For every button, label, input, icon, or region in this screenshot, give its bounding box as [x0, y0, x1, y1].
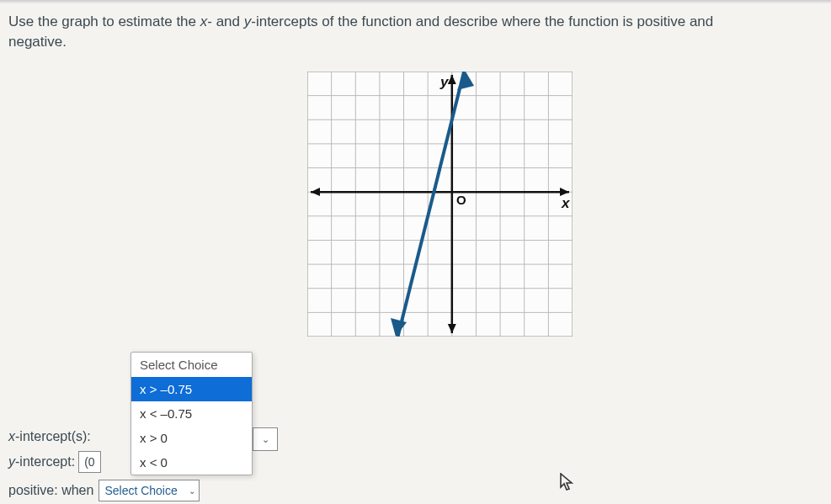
svg-rect-0	[307, 72, 573, 337]
x-intercept-select-trigger[interactable]: ⌄	[253, 427, 278, 451]
q-part-1a: Use the graph to estimate the	[8, 13, 200, 29]
dropdown-option-1[interactable]: x < –0.75	[131, 401, 252, 426]
graph: y x O	[307, 72, 573, 337]
positive-select[interactable]: Select Choice ⌄	[99, 480, 200, 501]
q-part-1c: -intercepts of the function and describe…	[251, 13, 713, 29]
positive-select-text: Select Choice	[104, 484, 177, 497]
dropdown-option-3[interactable]: x < 0	[131, 450, 252, 475]
chevron-down-icon: ⌄	[189, 486, 195, 496]
window-top-edge	[0, 0, 831, 3]
positive-label: positive: when	[8, 483, 93, 498]
y-intercept-field[interactable]: (0	[78, 451, 100, 473]
q-var-y: y	[244, 13, 252, 29]
dropdown-option-2[interactable]: x > 0	[131, 426, 252, 450]
positive-row: positive: when Select Choice ⌄	[8, 480, 200, 501]
dropdown-option-0[interactable]: x > –0.75	[131, 377, 252, 401]
mouse-cursor-icon	[560, 473, 575, 496]
q-part-2: negative.	[8, 34, 67, 50]
q-part-1b: - and	[207, 13, 243, 29]
q-var-x: x	[200, 13, 208, 29]
origin-label: O	[456, 193, 466, 207]
select-choice-dropdown[interactable]: Select Choice x > –0.75 x < –0.75 x > 0 …	[131, 352, 253, 475]
y-intercept-label: y-intercept:	[8, 454, 75, 470]
question-text: Use the graph to estimate the x- and y-i…	[0, 0, 831, 59]
x-axis-label: x	[561, 195, 571, 211]
y-axis-label: y	[439, 74, 450, 90]
x-intercept-label: x-intercept(s):	[8, 429, 91, 444]
dropdown-header: Select Choice	[131, 353, 252, 377]
chevron-down-icon: ⌄	[262, 434, 269, 445]
